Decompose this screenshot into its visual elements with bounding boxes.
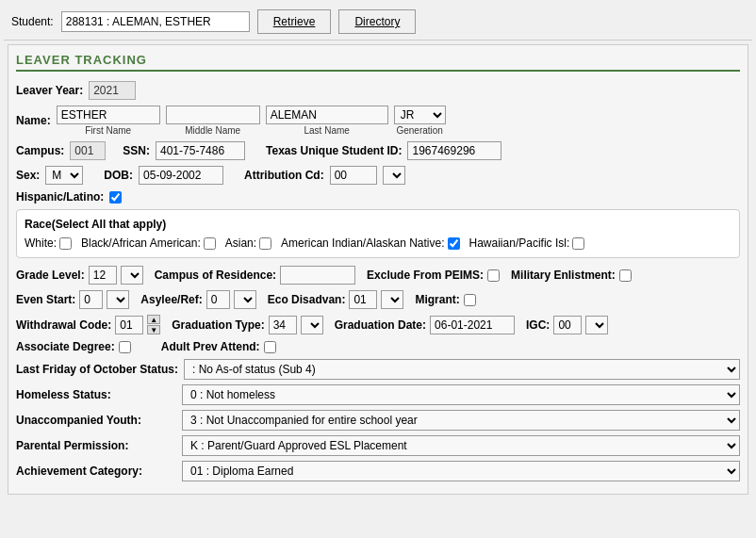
texas-unique-input[interactable] (407, 141, 501, 160)
parental-label: Parental Permission: (16, 439, 176, 452)
attribution-select[interactable]: 00 01 (383, 166, 405, 185)
first-name-input[interactable] (57, 106, 160, 124)
directory-button[interactable]: Directory (338, 9, 416, 34)
exclude-peims-label: Exclude From PEIMS: (367, 269, 484, 282)
even-start-group: Even Start: 01 (16, 290, 129, 309)
graduation-type-input[interactable] (269, 316, 297, 334)
race-asian: Asian: (225, 236, 271, 250)
asylee-group: Asylee/Ref: 01 (140, 290, 255, 309)
generation-sublabel: Generation (394, 125, 446, 136)
race-row: White: Black/African American: Asian: Am… (25, 236, 731, 250)
unaccompanied-row: Unaccompanied Youth: 3 : Not Unaccompani… (16, 410, 740, 431)
first-name-field: First Name (57, 106, 160, 136)
middle-name-input[interactable] (166, 106, 260, 124)
student-input[interactable] (61, 11, 250, 32)
exclude-peims-checkbox[interactable] (487, 269, 500, 282)
campus-input (70, 141, 106, 160)
eco-disadvan-group: Eco Disadvan: 0102 (268, 290, 404, 309)
race-white-label: White: (25, 236, 57, 250)
grade-level-select[interactable]: 121110 (121, 266, 143, 285)
race-american-indian: American Indian/Alaskan Native: (281, 236, 459, 250)
withdrawal-group: Withdrawal Code: ▲ ▼ (16, 315, 160, 334)
race-asian-checkbox[interactable] (259, 237, 271, 250)
ssn-input[interactable] (156, 141, 245, 160)
race-white-checkbox[interactable] (59, 237, 72, 250)
graduation-date-label: Graduation Date: (335, 318, 426, 332)
grade-level-input[interactable] (89, 266, 117, 285)
even-start-select[interactable]: 01 (107, 290, 129, 309)
campus-residence-label: Campus of Residence: (155, 269, 276, 282)
military-checkbox[interactable] (619, 269, 632, 282)
first-name-sublabel: First Name (57, 125, 160, 136)
asylee-select[interactable]: 01 (234, 290, 256, 309)
race-hawaiian-label: Hawaiian/Pacific Isl: (469, 236, 570, 250)
campus-residence-input[interactable] (280, 266, 355, 285)
middle-name-field: Middle Name (166, 106, 260, 136)
sex-select[interactable]: M F (45, 166, 83, 185)
dob-input[interactable] (139, 166, 223, 185)
retrieve-button[interactable]: Retrieve (257, 9, 332, 34)
hispanic-checkbox[interactable] (109, 191, 122, 204)
adult-prev-checkbox[interactable] (264, 341, 276, 353)
last-friday-label: Last Friday of October Status: (16, 363, 178, 376)
race-american-indian-checkbox[interactable] (448, 237, 460, 250)
graduation-date-group: Graduation Date: (335, 316, 515, 334)
parental-row: Parental Permission: K : Parent/Guard Ap… (16, 435, 740, 456)
race-black-label: Black/African American: (81, 236, 201, 250)
texas-unique-label: Texas Unique Student ID: (266, 144, 402, 157)
military-label: Military Enlistment: (511, 269, 616, 282)
attribution-input[interactable] (330, 166, 377, 185)
race-asian-label: Asian: (225, 236, 256, 250)
sex-label: Sex: (16, 169, 40, 182)
last-friday-row: Last Friday of October Status: : No As-o… (16, 359, 740, 380)
achievement-label: Achievement Category: (16, 465, 176, 478)
igc-group: IGC: 0001 (526, 316, 608, 334)
last-name-input[interactable] (266, 106, 388, 124)
last-name-sublabel: Last Name (266, 125, 388, 136)
main-container: Student: Retrieve Directory LEAVER TRACK… (0, 0, 756, 500)
eco-disadvan-select[interactable]: 0102 (381, 290, 403, 309)
race-american-indian-label: American Indian/Alaskan Native: (281, 236, 444, 250)
hispanic-label: Hispanic/Latino: (16, 190, 104, 204)
parental-select[interactable]: K : Parent/Guard Approved ESL Placement … (182, 435, 740, 456)
igc-select[interactable]: 0001 (585, 316, 608, 334)
adult-prev-label: Adult Prev Attend: (161, 340, 260, 353)
igc-input[interactable] (553, 316, 582, 334)
race-hawaiian-checkbox[interactable] (572, 237, 584, 250)
eco-disadvan-label: Eco Disadvan: (268, 293, 346, 306)
associate-checkbox[interactable] (119, 341, 131, 353)
withdrawal-input[interactable] (115, 316, 143, 334)
migrant-checkbox[interactable] (464, 294, 476, 306)
homeless-select[interactable]: 0 : Not homeless 1 : Homeless (182, 384, 740, 405)
race-title: Race(Select All that apply) (25, 218, 731, 231)
achievement-row: Achievement Category: 01 : Diploma Earne… (16, 461, 740, 481)
campus-residence-group: Campus of Residence: (155, 266, 355, 285)
withdrawal-up-btn[interactable]: ▲ (147, 315, 160, 324)
even-start-input[interactable] (79, 290, 103, 309)
asylee-input[interactable] (206, 290, 230, 309)
generation-field: JR SR II III Generation (394, 106, 446, 136)
migrant-label: Migrant: (415, 293, 459, 306)
race-black-checkbox[interactable] (204, 237, 216, 250)
last-friday-select[interactable]: : No As-of status (Sub 4) : Other (184, 359, 740, 380)
withdrawal-down-btn[interactable]: ▼ (147, 325, 160, 334)
achievement-select[interactable]: 01 : Diploma Earned 02 : Other (182, 461, 740, 481)
race-hawaiian: Hawaiian/Pacific Isl: (469, 236, 585, 250)
associate-label: Associate Degree: (16, 340, 115, 353)
name-label: Name: (16, 114, 51, 127)
grade-level-row: Grade Level: 121110 Campus of Residence:… (16, 266, 740, 285)
homeless-row: Homeless Status: 0 : Not homeless 1 : Ho… (16, 384, 740, 405)
section-title: LEAVER TRACKING (16, 53, 740, 72)
unaccompanied-select[interactable]: 3 : Not Unaccompanied for entire school … (182, 410, 740, 431)
content-panel: LEAVER TRACKING Leaver Year: 2021 Name: … (8, 44, 748, 495)
graduation-date-input[interactable] (430, 316, 515, 334)
adult-prev-group: Adult Prev Attend: (161, 340, 276, 353)
graduation-type-select[interactable]: 3433 (301, 316, 323, 334)
middle-name-sublabel: Middle Name (166, 125, 260, 136)
graduation-type-label: Graduation Type: (172, 318, 264, 332)
leaver-year-row: Leaver Year: 2021 (16, 81, 740, 100)
generation-select[interactable]: JR SR II III (394, 106, 446, 124)
eco-disadvan-input[interactable] (349, 290, 377, 309)
withdrawal-label: Withdrawal Code: (16, 318, 111, 332)
homeless-label: Homeless Status: (16, 388, 176, 401)
